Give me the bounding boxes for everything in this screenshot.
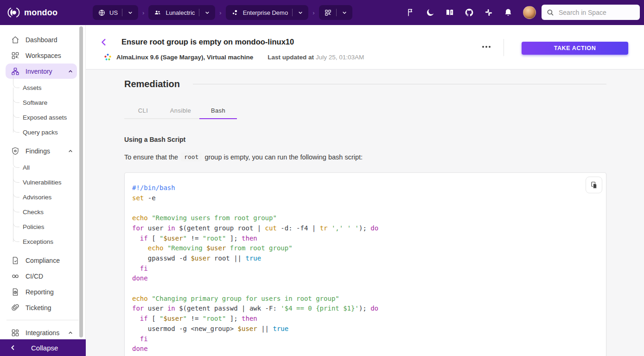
code-line: fi — [132, 264, 598, 274]
back-button[interactable] — [99, 37, 109, 47]
sidebar-item-label: CI/CD — [26, 273, 43, 280]
integrations-blocks-icon — [11, 328, 20, 337]
sidebar-item-ticketing[interactable]: Ticketing — [6, 300, 77, 315]
intro-after: group is empty, you can run the followin… — [204, 153, 363, 161]
brand-text: mondoo — [24, 8, 57, 18]
org-label: Lunalectric — [166, 9, 195, 16]
remediation-tabs: CLI Ansible Bash — [124, 102, 237, 119]
code-line: if [ "$user" != "root" ]; then — [132, 314, 598, 324]
code-line: #!/bin/bash — [132, 183, 598, 193]
sidebar-scrollbar[interactable] — [79, 26, 83, 337]
tab-bash[interactable]: Bash — [199, 102, 237, 118]
more-options-kebab-icon[interactable] — [480, 44, 492, 50]
code-line: for user in $(getent group root | cut -d… — [132, 223, 598, 234]
asset-row: AlmaLinux 9.6 (Sage Margay), Virtual mac… — [103, 53, 364, 62]
breadcrumb-separator: › — [312, 9, 315, 16]
sidebar-collapse-button[interactable]: Collapse — [0, 339, 86, 356]
chevron-down-icon[interactable] — [341, 9, 348, 16]
chevron-up-icon[interactable] — [67, 68, 74, 75]
slack-icon[interactable] — [484, 8, 493, 17]
sidebar-divider — [6, 320, 79, 320]
globe-icon — [98, 9, 106, 17]
intro-text: To ensure that the root group is empty, … — [124, 153, 644, 161]
copy-icon — [590, 181, 599, 190]
asset-name: AlmaLinux 9.6 (Sage Margay), Virtual mac… — [116, 54, 253, 61]
org-selector[interactable]: Lunalectric — [148, 5, 215, 20]
notifications-bell-icon[interactable] — [504, 8, 513, 17]
search-icon — [546, 8, 555, 17]
search-input[interactable] — [559, 9, 633, 16]
region-selector[interactable]: US — [93, 5, 138, 20]
sidebar-item-label: Inventory — [26, 68, 52, 75]
workspace-selector[interactable] — [319, 5, 352, 20]
code-block: #!/bin/bashset -e echo "Removing users f… — [124, 172, 606, 356]
sidebar-item-label: Policies — [23, 223, 45, 230]
findings-subnav: All Vulnerabilities Advisories Checks Po… — [0, 160, 85, 249]
code-line — [132, 203, 598, 213]
region-label: US — [109, 9, 118, 16]
sidebar-item-label: Findings — [26, 147, 50, 155]
code-content: #!/bin/bashset -e echo "Removing users f… — [132, 183, 598, 354]
tab-ansible[interactable]: Ansible — [162, 102, 199, 118]
dashboard-home-icon — [11, 35, 20, 44]
user-avatar[interactable] — [523, 6, 536, 19]
bash-script-subtitle: Using a Bash Script — [124, 136, 644, 143]
dark-mode-moon-icon[interactable] — [426, 8, 435, 17]
sidebar-item-label: All — [23, 164, 30, 171]
space-selector[interactable]: Enterprise Demo — [226, 5, 309, 20]
sidebar-item-label: Compliance — [26, 257, 60, 264]
tab-cli[interactable]: CLI — [124, 102, 162, 118]
chevron-up-icon[interactable] — [67, 329, 74, 337]
code-line: echo "Removing $user from root group" — [132, 243, 598, 254]
sidebar-item-label: Query packs — [23, 129, 58, 136]
sidebar-item-label: Advisories — [23, 194, 51, 201]
sidebar-item-label: Vulnerabilities — [23, 179, 62, 186]
remediation-rule — [193, 84, 606, 84]
sidebar-item-label: Integrations — [26, 329, 59, 337]
code-line — [132, 284, 598, 294]
sidebar-item-compliance[interactable]: Compliance — [6, 253, 77, 268]
code-line: set -e — [132, 193, 598, 203]
last-updated-label: Last updated at — [268, 54, 314, 61]
sidebar-item-cicd[interactable]: CI/CD — [6, 268, 77, 284]
flag-icon[interactable] — [406, 8, 415, 17]
chevron-down-icon[interactable] — [127, 9, 134, 16]
sidebar-item-query-packs[interactable]: Query packs — [0, 125, 85, 140]
sidebar-item-integrations[interactable]: Integrations — [6, 325, 77, 340]
docs-book-icon[interactable] — [445, 8, 454, 17]
copy-button[interactable] — [586, 177, 602, 193]
chevron-down-icon[interactable] — [204, 9, 211, 16]
chevron-up-icon[interactable] — [67, 147, 74, 155]
remediation-title: Remediation — [124, 79, 180, 89]
inline-code-root: root — [181, 153, 202, 161]
sidebar-scrollbar-thumb[interactable] — [79, 26, 83, 337]
page-header: Ensure root group is empty on mondoo-lin… — [86, 25, 644, 70]
sidebar-item-label: Reporting — [26, 288, 54, 296]
compliance-doc-check-icon — [11, 256, 20, 265]
sidebar-item-exceptions[interactable]: Exceptions — [0, 234, 85, 249]
intro-before: To ensure that the — [124, 153, 178, 161]
workspace-grid-icon — [324, 9, 332, 17]
breadcrumb: US › Lunalectric › Enterprise Demo › — [93, 5, 352, 20]
sidebar-item-workspaces[interactable]: Workspaces — [6, 48, 77, 63]
code-line: fi — [132, 334, 598, 344]
sidebar-item-reporting[interactable]: Reporting — [6, 284, 77, 299]
take-action-button[interactable]: TAKE ACTION — [522, 42, 628, 55]
cicd-infinity-icon — [11, 272, 20, 281]
main-content: Ensure root group is empty on mondoo-lin… — [86, 25, 644, 356]
github-icon[interactable] — [465, 8, 474, 17]
organization-icon — [153, 8, 162, 17]
page-title: Ensure root group is empty on mondoo-lin… — [121, 38, 294, 46]
breadcrumb-separator: › — [218, 9, 222, 16]
code-line: gpasswd -d $user root || true — [132, 254, 598, 264]
collapse-label: Collapse — [31, 344, 58, 352]
reporting-doc-pie-icon — [11, 287, 20, 297]
remediation-header: Remediation — [124, 79, 606, 89]
sidebar-item-dashboard[interactable]: Dashboard — [6, 32, 77, 47]
mondoo-logo[interactable]: mondoo — [6, 0, 57, 25]
search-box[interactable] — [542, 5, 640, 20]
sidebar-item-label: Exceptions — [23, 238, 53, 245]
chevron-down-icon[interactable] — [297, 9, 304, 16]
active-tab-indicator — [199, 118, 237, 119]
header-divider — [504, 39, 504, 56]
